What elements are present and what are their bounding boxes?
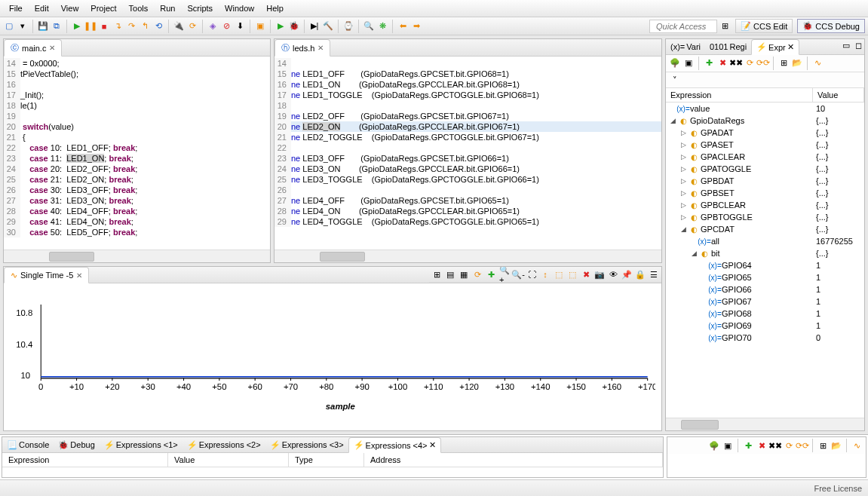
- save-icon[interactable]: 💾: [37, 20, 49, 32]
- tree-icon[interactable]: 🌳: [708, 439, 720, 452]
- graph-icon[interactable]: ∿: [851, 439, 863, 452]
- tree-row[interactable]: (x)= GPIO671: [666, 295, 864, 308]
- collapse-icon[interactable]: ▣: [682, 57, 695, 69]
- bottom-tab[interactable]: ⚡Expressions <2>: [182, 437, 265, 452]
- tab-expressions[interactable]: ⚡Expr✕: [751, 39, 799, 55]
- reset-icon[interactable]: ⟳: [186, 20, 198, 32]
- list-icon[interactable]: ☰: [648, 268, 660, 280]
- col-expression[interactable]: Expression: [666, 88, 813, 102]
- cursor3-icon[interactable]: ⬚: [566, 268, 578, 280]
- tree-row[interactable]: ◢◐ bit{...}: [666, 247, 864, 259]
- scrollbar-thumb[interactable]: [49, 252, 94, 262]
- remove-icon[interactable]: ✖: [716, 57, 728, 69]
- back-icon[interactable]: ⬅: [397, 20, 409, 32]
- disconnect-icon[interactable]: ⊘: [220, 20, 232, 32]
- tree-row[interactable]: (x)= GPIO661: [666, 283, 864, 295]
- tab-main-c[interactable]: ⓒ main.c ✕: [4, 39, 62, 57]
- menu-file[interactable]: File: [3, 2, 29, 15]
- bottom-tab[interactable]: 🐞Debug: [54, 437, 99, 452]
- open-perspective-icon[interactable]: ⊞: [719, 20, 731, 32]
- tree-row[interactable]: ▷◐ GPBCLEAR{...}: [666, 199, 864, 211]
- save-all-icon[interactable]: ⧉: [51, 20, 63, 32]
- tree-row[interactable]: (x)= GPIO681: [666, 308, 864, 320]
- bottom-tab[interactable]: ⚡Expressions <4>✕: [348, 437, 441, 453]
- perspective-ccs-edit[interactable]: 📝CCS Edit: [735, 19, 793, 33]
- refresh-icon[interactable]: ⟳: [471, 268, 483, 280]
- export-icon[interactable]: ▦: [458, 268, 470, 280]
- remove-icon[interactable]: ✖: [756, 439, 768, 452]
- tree-row[interactable]: (x)= GPIO691: [666, 320, 864, 332]
- search-icon[interactable]: 🔍: [363, 20, 375, 32]
- camera-icon[interactable]: 📷: [593, 268, 606, 280]
- tree-row[interactable]: ▷◐ GPATOGGLE{...}: [666, 163, 864, 175]
- horizontal-scrollbar[interactable]: [666, 418, 864, 430]
- grid-icon[interactable]: ⊞: [431, 268, 443, 280]
- tree-row[interactable]: ◢◐ GPCDAT{...}: [666, 223, 864, 235]
- scrollbar-thumb[interactable]: [320, 252, 365, 262]
- code-area-main-c[interactable]: 14 = 0x0000;15tPieVectTable();1617_Init(…: [4, 57, 270, 250]
- close-icon[interactable]: ✕: [317, 44, 324, 52]
- tree-row[interactable]: ◢◐ GpioDataRegs{...}: [666, 115, 864, 127]
- minimize-icon[interactable]: ▭: [840, 39, 852, 51]
- zoom-fit-icon[interactable]: ⛶: [526, 268, 538, 280]
- cursor2-icon[interactable]: ⬚: [553, 268, 565, 280]
- col-expression[interactable]: Expression: [2, 453, 168, 467]
- menu-edit[interactable]: Edit: [29, 2, 55, 15]
- bottom-tab[interactable]: ⚡Expressions <3>: [265, 437, 348, 452]
- tree-row[interactable]: (x)= GPIO700: [666, 332, 864, 344]
- tab-leds-h[interactable]: ⓗ leds.h ✕: [275, 39, 330, 57]
- profile-icon[interactable]: ⌚: [342, 20, 354, 32]
- graph-icon[interactable]: ∿: [811, 57, 824, 69]
- close-icon[interactable]: ✕: [787, 42, 794, 52]
- tree-row[interactable]: ▷◐ GPACLEAR{...}: [666, 151, 864, 163]
- terminate-icon[interactable]: ■: [98, 20, 110, 32]
- menu-project[interactable]: Project: [84, 2, 122, 15]
- menu-window[interactable]: Window: [219, 2, 260, 15]
- perspective-ccs-debug[interactable]: 🐞CCS Debug: [797, 19, 865, 33]
- code-area-leds-h[interactable]: 1415ne LED1_OFF (GpioDataRegs.GPCSET.bit…: [275, 57, 661, 250]
- close-icon[interactable]: ✕: [49, 44, 55, 52]
- add-icon[interactable]: ✚: [742, 439, 754, 452]
- debug-icon[interactable]: 🐞: [288, 20, 300, 32]
- bug-icon[interactable]: ❋: [376, 20, 388, 32]
- step-over-icon[interactable]: ↷: [125, 20, 137, 32]
- chevron-down-icon[interactable]: ˅: [669, 74, 681, 86]
- find-icon[interactable]: 👁: [607, 268, 619, 280]
- auto-refresh-icon[interactable]: ⟳⟳: [796, 439, 808, 452]
- chip-icon[interactable]: 🔌: [173, 20, 185, 32]
- menu-tools[interactable]: Tools: [123, 2, 155, 15]
- pause-icon[interactable]: ❚❚: [84, 20, 97, 32]
- load-icon[interactable]: ⬇: [234, 20, 246, 32]
- import-icon[interactable]: 📂: [791, 57, 803, 69]
- tree-row[interactable]: ▷◐ GPASET{...}: [666, 139, 864, 151]
- quick-access-input[interactable]: [649, 20, 717, 33]
- tree-row[interactable]: (x)= GPIO641: [666, 259, 864, 271]
- zoom-in-icon[interactable]: 🔍+: [498, 268, 511, 280]
- tree-row[interactable]: (x)= value10: [666, 103, 864, 115]
- chip2-icon[interactable]: ▣: [254, 20, 266, 32]
- new-view-icon[interactable]: ⊞: [817, 439, 829, 452]
- pin-icon[interactable]: 📌: [621, 268, 633, 280]
- restart-icon[interactable]: ⟲: [152, 20, 164, 32]
- build-icon[interactable]: 🔨: [322, 20, 334, 32]
- scrollbar-thumb[interactable]: [681, 420, 719, 430]
- lock-icon[interactable]: 🔒: [634, 268, 646, 280]
- close-icon[interactable]: ✕: [76, 271, 82, 280]
- col-value[interactable]: Value: [168, 453, 289, 467]
- tree-icon[interactable]: 🌳: [669, 57, 681, 69]
- run-icon[interactable]: ▶: [275, 20, 287, 32]
- tree-row[interactable]: (x)= all16776255: [666, 235, 864, 247]
- next-icon[interactable]: ▶|: [308, 20, 321, 32]
- import-icon[interactable]: 📂: [830, 439, 842, 452]
- menu-run[interactable]: Run: [154, 2, 181, 15]
- tab-variables[interactable]: (x)=Vari: [666, 39, 705, 54]
- tab-single-time[interactable]: ∿ Single Time -5 ✕: [4, 267, 89, 283]
- dropdown-icon[interactable]: ▾: [17, 20, 29, 32]
- collapse-icon[interactable]: ▣: [722, 439, 734, 452]
- new-icon[interactable]: ▢: [3, 20, 15, 32]
- tree-row[interactable]: ▷◐ GPBTOGGLE{...}: [666, 211, 864, 223]
- settings-icon[interactable]: ▤: [444, 268, 456, 280]
- remove-all-icon[interactable]: ✖✖: [730, 57, 742, 69]
- cursor-icon[interactable]: ↕: [539, 268, 551, 280]
- tree-row[interactable]: ▷◐ GPADAT{...}: [666, 127, 864, 139]
